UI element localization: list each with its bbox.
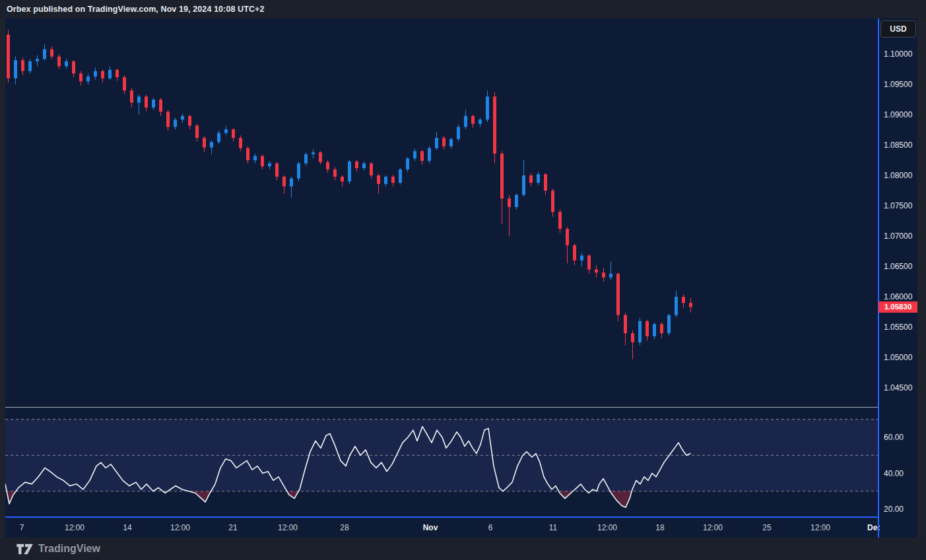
candle-body	[7, 35, 10, 78]
candle-body	[195, 126, 199, 138]
price-axis-label: 1.08500	[884, 140, 912, 150]
candle-body	[660, 324, 663, 333]
candle-body	[246, 148, 249, 160]
candle-body	[638, 321, 642, 342]
price-axis-label: 1.09000	[884, 110, 912, 119]
candle-body	[435, 138, 438, 148]
candle-body	[108, 70, 112, 78]
candle-body	[645, 321, 649, 336]
candle-body	[486, 96, 489, 119]
candle-body	[399, 170, 402, 183]
candle-body	[188, 116, 191, 126]
price-axis-label: 1.06500	[884, 262, 912, 271]
candle-body	[449, 139, 453, 146]
currency-toggle-button[interactable]: USD	[880, 20, 916, 38]
time-axis-label: 14	[123, 518, 131, 538]
time-axis-label: 21	[228, 518, 237, 538]
candle-body	[558, 212, 562, 229]
attribution-text: Orbex published on TradingView.com, Nov …	[7, 0, 265, 18]
time-axis-label: 7	[20, 518, 24, 538]
candle-body	[580, 255, 583, 260]
candle-body	[341, 177, 344, 181]
candle-body	[94, 71, 97, 77]
candle-body	[362, 164, 366, 168]
tradingview-logo-icon[interactable]	[16, 542, 34, 555]
price-axis-label: 1.07000	[884, 232, 912, 241]
rsi-pane[interactable]	[5, 408, 878, 516]
candle-body	[319, 152, 322, 162]
candle-body	[232, 129, 235, 138]
candle-body	[57, 57, 61, 67]
time-axis-label: 12:00	[170, 518, 190, 538]
candle-body	[224, 129, 228, 133]
candle-body	[268, 164, 271, 167]
candle-body	[573, 245, 576, 261]
candle-body	[616, 274, 620, 315]
price-axis-label: 1.10000	[884, 49, 912, 59]
price-axis-label: 1.09500	[884, 80, 912, 89]
candle-body	[384, 177, 387, 184]
candle-body	[203, 138, 206, 148]
candle-body	[333, 170, 337, 177]
candle-body	[675, 297, 678, 315]
time-axis[interactable]: 712:001412:002112:0028Nov61112:001812:00…	[5, 518, 917, 538]
candle-body	[297, 164, 300, 179]
candle-body	[181, 116, 184, 120]
candle-body	[28, 61, 32, 71]
price-axis-label: 1.06000	[884, 292, 912, 301]
candle-body	[79, 73, 83, 81]
rsi-axis-label: 60.00	[884, 433, 904, 442]
candle-body	[522, 175, 525, 195]
candle-body	[508, 199, 511, 207]
candle-body	[275, 164, 279, 177]
candlestick-pane[interactable]	[5, 18, 878, 407]
candle-body	[391, 177, 395, 183]
candle-body	[428, 148, 431, 161]
last-price-badge: 1.05830	[878, 301, 917, 313]
candle-body	[602, 272, 605, 277]
candle-body	[253, 156, 257, 160]
candle-body	[479, 119, 482, 123]
candle-body	[587, 255, 591, 269]
candlestick-chart[interactable]	[5, 18, 878, 407]
time-axis-label: 12:00	[65, 518, 84, 538]
candle-body	[493, 96, 496, 153]
candle-body	[377, 175, 380, 184]
candle-body	[348, 162, 351, 181]
rsi-chart[interactable]	[5, 408, 878, 516]
candle-body	[36, 59, 39, 61]
candle-body	[14, 60, 17, 78]
candle-body	[50, 49, 53, 57]
candle-body	[137, 96, 141, 102]
time-axis-label: 6	[488, 518, 493, 538]
candle-body	[239, 138, 242, 148]
candle-body	[529, 175, 533, 183]
candle-body	[667, 315, 671, 334]
candle-body	[65, 61, 68, 66]
price-axis-label: 1.05500	[884, 323, 912, 332]
time-axis-label: 12:00	[810, 518, 830, 538]
tradingview-published-chart: Orbex published on TradingView.com, Nov …	[0, 0, 926, 560]
time-axis-label: Nov	[423, 518, 438, 538]
candle-body	[261, 156, 264, 167]
candle-body	[101, 71, 104, 78]
candle-body	[413, 151, 416, 158]
time-axis-label: 28	[340, 518, 348, 538]
time-axis-border-line	[5, 516, 878, 518]
price-axis-label: 1.04500	[884, 383, 912, 392]
candle-body	[290, 179, 293, 187]
candle-body	[631, 333, 634, 342]
price-axis[interactable]: 1.100001.095001.090001.085001.080001.075…	[878, 18, 917, 518]
candle-body	[544, 174, 547, 191]
price-axis-label: 1.07500	[884, 201, 912, 210]
candle-body	[566, 229, 569, 245]
candle-body	[152, 100, 155, 108]
candle-body	[457, 127, 460, 139]
price-axis-label: 1.05000	[884, 353, 912, 362]
rsi-axis-label: 20.00	[884, 505, 904, 514]
footer-brand-text[interactable]: TradingView	[38, 538, 100, 560]
candle-body	[210, 142, 213, 147]
candle-body	[689, 303, 692, 307]
candle-body	[312, 152, 315, 154]
footer-bar: TradingView	[0, 538, 926, 560]
